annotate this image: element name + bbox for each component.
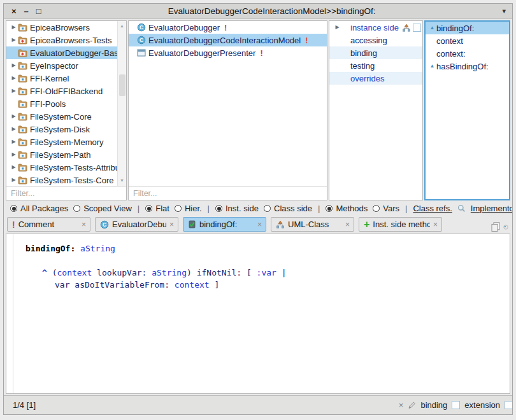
code-token: aString [80, 244, 115, 253]
protocol-item[interactable]: accessing [329, 34, 422, 46]
plus-icon: + [364, 220, 369, 230]
tab-label: UML-Class [288, 220, 342, 229]
protocols-pane: ▶instance sideaccessingbindingtestingove… [329, 20, 423, 200]
binding-checkbox[interactable] [452, 401, 460, 409]
expand-arrow-icon[interactable]: ▶ [10, 161, 18, 174]
clear-tag-icon[interactable]: × [399, 400, 404, 410]
package-filter-input[interactable] [6, 186, 126, 200]
tab-comment[interactable]: !Comment× [7, 217, 90, 232]
class-filter-input[interactable] [129, 186, 327, 200]
search-icon[interactable] [457, 204, 466, 213]
expand-arrow-icon[interactable]: ▶ [10, 174, 18, 186]
method-item[interactable]: context: [426, 47, 509, 60]
expand-arrow-icon[interactable]: ▶ [10, 21, 18, 34]
protocol-item[interactable]: ▶instance side [329, 21, 422, 34]
tab-evaluatordebug[interactable]: CEvaluatorDebug× [95, 217, 178, 232]
package-item[interactable]: EvaluatorDebugger-Base [6, 46, 126, 59]
expand-arrow-icon[interactable]: ▶ [10, 148, 18, 161]
tab-close-icon[interactable]: × [433, 220, 438, 229]
toolbar-separator: | [317, 204, 320, 213]
code-token: context [175, 280, 210, 290]
package-dirty-icon [18, 49, 27, 57]
class-item[interactable]: EvaluatorDebuggerPresenter! [129, 46, 327, 59]
close-window-icon[interactable]: × [11, 7, 17, 15]
radio-option-methods[interactable]: Methods [326, 204, 368, 213]
method-item[interactable]: context [426, 34, 509, 47]
radio-option-hier-[interactable]: Hier. [175, 204, 202, 213]
method-icon [188, 220, 196, 228]
scroll-up-icon[interactable]: ▲ [120, 22, 124, 30]
radio-option-inst-side[interactable]: Inst. side [215, 204, 259, 213]
expand-arrow-icon[interactable]: ▶ [10, 34, 18, 46]
radio-option-vars[interactable]: Vars [373, 204, 399, 213]
package-item[interactable]: FFI-Pools [6, 97, 126, 110]
editor-gutter [13, 234, 13, 393]
radio-option-all-packages[interactable]: All Packages [10, 204, 68, 213]
package-item[interactable]: ▶FFI-OldFFIBackend [6, 85, 126, 97]
protocol-item[interactable]: testing [329, 59, 422, 72]
radio-option-scoped-view[interactable]: Scoped View [73, 204, 132, 213]
extension-checkbox[interactable] [505, 401, 512, 409]
method-list: ▲bindingOf:contextcontext:▲hasBindingOf: [426, 22, 509, 199]
code-token [92, 268, 97, 277]
code-line [25, 255, 510, 267]
expand-arrow-icon[interactable]: ▶ [10, 59, 18, 72]
radio-option-flat[interactable]: Flat [145, 204, 169, 213]
tab-bindingof-[interactable]: bindingOf:× [183, 217, 266, 232]
package-label: EpiceaBrowsers [30, 23, 90, 32]
code-token [169, 280, 175, 290]
package-item[interactable]: ▶FFI-Kernel [6, 72, 126, 85]
class-item[interactable]: CEvaluatorDebuggerCodeInteractionModel! [129, 34, 327, 46]
protocol-checkbox[interactable] [413, 24, 421, 32]
maximize-window-icon[interactable]: □ [36, 7, 41, 15]
window-menu-icon[interactable]: ▾ [502, 7, 506, 15]
package-item[interactable]: ▶FileSystem-Disk [6, 123, 126, 136]
code-token: asDoItVariableFrom: [75, 280, 169, 290]
method-item[interactable]: ▲bindingOf: [426, 22, 509, 34]
radio-label: Vars [383, 204, 399, 213]
protocol-item[interactable]: overrides [329, 72, 422, 85]
expand-arrow-icon[interactable]: ▶ [10, 123, 18, 136]
scrollbar-thumb[interactable] [119, 74, 125, 96]
package-item[interactable]: ▶FileSystem-Tests-Attribute [6, 161, 126, 174]
protocol-item[interactable]: binding [329, 46, 422, 59]
package-item[interactable]: ▶FileSystem-Core [6, 110, 126, 123]
bang-icon: ! [12, 220, 15, 230]
tab-inst-side-metho[interactable]: +Inst. side metho× [359, 217, 442, 232]
tab-uml-class[interactable]: UML-Class× [271, 217, 354, 232]
copy-clipboard-icon[interactable] [491, 222, 500, 232]
expand-arrow-icon[interactable]: ▶ [10, 110, 18, 123]
expand-arrow-icon[interactable]: ▶ [333, 21, 341, 34]
class-item[interactable]: CEvaluatorDebugger! [129, 21, 327, 34]
package-item[interactable]: ▶FileSystem-Memory [6, 136, 126, 148]
scroll-down-icon[interactable]: ▼ [120, 177, 124, 185]
package-item[interactable]: ▶FileSystem-Path [6, 148, 126, 161]
code-editor[interactable]: bindingOf: aString ^ (context lookupVar:… [6, 234, 510, 394]
package-label: FileSystem-Path [30, 150, 90, 160]
radio-label: Hier. [185, 204, 202, 213]
package-item[interactable]: ▶EpiceaBrowsers [6, 21, 126, 34]
package-icon [18, 176, 27, 185]
code-token: var [55, 280, 69, 290]
unsaved-changes-icon: ! [260, 48, 262, 58]
package-item[interactable]: ▶FileSystem-Tests-Core [6, 174, 126, 186]
method-label: context [436, 36, 463, 46]
radio-option-class-side[interactable]: Class side [264, 204, 312, 213]
code-content: bindingOf: aString ^ (context lookupVar:… [6, 234, 510, 291]
tab-close-icon[interactable]: × [169, 220, 174, 229]
packages-scrollbar[interactable]: ▲ ▼ [117, 21, 126, 186]
package-item[interactable]: ▶EpiceaBrowsers-Tests [6, 34, 126, 46]
query-link-implementors[interactable]: Implementors [471, 204, 512, 213]
expand-arrow-icon[interactable]: ▶ [10, 136, 18, 148]
query-link-class-refs-[interactable]: Class refs. [413, 204, 452, 213]
minimize-window-icon[interactable]: – [24, 7, 29, 15]
method-item[interactable]: ▲hasBindingOf: [426, 60, 509, 73]
tab-close-icon[interactable]: × [82, 220, 86, 229]
expand-arrow-icon[interactable]: ▶ [10, 72, 18, 85]
package-item[interactable]: ▶EyeInspector [6, 59, 126, 72]
edit-pencil-icon[interactable] [408, 401, 416, 409]
tab-close-icon[interactable]: × [257, 220, 262, 229]
browse-class-icon[interactable] [503, 223, 508, 232]
expand-arrow-icon[interactable]: ▶ [10, 85, 18, 97]
tab-close-icon[interactable]: × [345, 220, 350, 229]
